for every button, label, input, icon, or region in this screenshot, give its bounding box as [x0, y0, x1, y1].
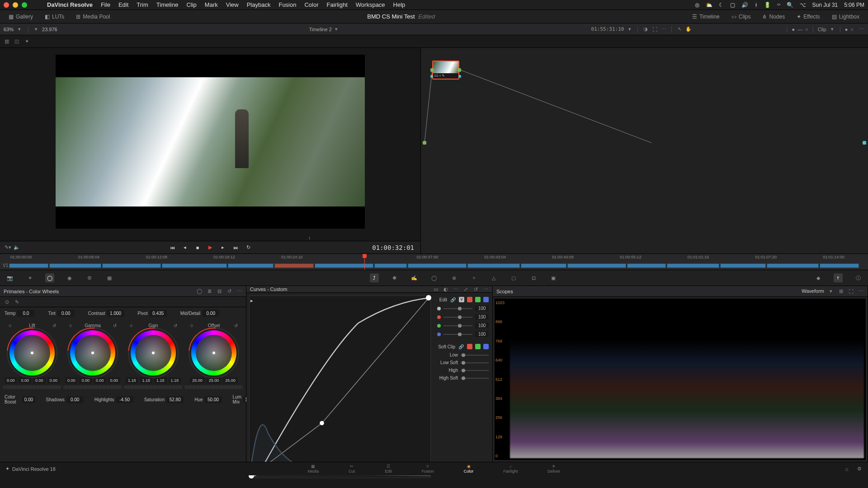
page-color[interactable]: ◉Color	[460, 463, 477, 474]
key-icon[interactable]: ▢	[509, 273, 518, 282]
gallery-toggle[interactable]: ▦Gallery	[4, 11, 38, 22]
timeline-clip[interactable]	[408, 263, 467, 268]
curves-icon[interactable]: ⤴	[370, 273, 379, 282]
chevron-down-icon[interactable]: ▾	[828, 288, 834, 295]
ruler-tick[interactable]: 01:00:24:16	[281, 255, 303, 259]
menu-timeline[interactable]: Timeline	[156, 1, 179, 8]
menu-view[interactable]: View	[226, 1, 239, 8]
menu-fusion[interactable]: Fusion	[278, 1, 296, 8]
page-media[interactable]: ▦Media	[304, 463, 323, 474]
curves-options-icon[interactable]: ⋯	[453, 286, 459, 292]
wheel-master-slider[interactable]	[3, 385, 61, 389]
timeline-clip[interactable]	[467, 263, 519, 268]
temp-value[interactable]: 0.0	[17, 310, 34, 317]
lightbox-toggle[interactable]: ▤Lightbox	[827, 11, 864, 22]
prev-frame-button[interactable]: ◂	[181, 244, 189, 252]
mini-timeline[interactable]: 01:00:00:0001:00:06:0401:00:12:0801:00:1…	[0, 253, 868, 270]
timeline-clip[interactable]	[374, 263, 407, 268]
play-button[interactable]: ▶	[206, 244, 214, 252]
luts-toggle[interactable]: ◧LUTs	[40, 11, 69, 22]
chevron-down-icon[interactable]: ▾	[627, 26, 633, 33]
warper-icon[interactable]: ✱	[390, 273, 399, 282]
colorboost-value[interactable]: 0.00	[22, 396, 35, 403]
ruler-tick[interactable]: 01:01:14:00	[823, 255, 844, 259]
color-wheels-icon[interactable]: ◯	[45, 273, 54, 282]
clips-toggle[interactable]: ▭Clips	[726, 11, 756, 22]
node-input-port[interactable]	[430, 68, 434, 72]
arrow-cursor-icon[interactable]: ↖	[676, 26, 683, 33]
ruler-tick[interactable]: 01:00:37:00	[417, 255, 439, 259]
viewer-fps[interactable]: 23.976	[42, 27, 57, 32]
color-node-01[interactable]: 01 ▪ ✎	[432, 61, 459, 80]
wheels-mode-icon[interactable]: ◯	[196, 288, 203, 295]
expand-icon[interactable]: ⛶	[651, 26, 658, 33]
motion-effects-icon[interactable]: ▦	[105, 273, 114, 282]
highlights-value[interactable]: -4.50	[116, 396, 133, 403]
viewer-timecode[interactable]: 01:55:31:10	[591, 26, 624, 32]
options-icon[interactable]: ⋯	[858, 26, 864, 33]
ruler-tick[interactable]: 01:00:55:12	[620, 255, 642, 259]
timeline-toggle[interactable]: ☰Timeline	[687, 11, 725, 22]
status-wifi-icon[interactable]: ⌔	[777, 2, 780, 8]
home-button[interactable]: ⌂	[844, 466, 850, 472]
status-display-icon[interactable]: ▢	[730, 2, 735, 8]
ruler-tick[interactable]: 01:00:18:12	[213, 255, 235, 259]
scopes-mode[interactable]: Waveform	[802, 288, 824, 295]
timecode-mode-icon[interactable]: ▾	[33, 26, 39, 33]
pick-white-icon[interactable]: ✎	[14, 299, 20, 305]
contrast-value[interactable]: 1.000	[107, 310, 124, 317]
curves-r-intensity[interactable]: 100	[475, 314, 489, 320]
timeline-clip[interactable]	[228, 263, 274, 268]
zoom-window-button[interactable]	[22, 2, 27, 8]
clip-mode[interactable]: Clip	[818, 27, 826, 32]
page-deliver[interactable]: ✈Deliver	[544, 463, 564, 474]
menu-color[interactable]: Color	[304, 1, 318, 8]
status-search-icon[interactable]: 🔍	[787, 2, 793, 8]
menu-mark[interactable]: Mark	[205, 1, 218, 8]
camera-raw-icon[interactable]: 📷	[5, 273, 14, 282]
curves-y-intensity[interactable]: 100	[475, 305, 489, 311]
stop-button[interactable]: ■	[193, 244, 202, 252]
node-output-port[interactable]	[458, 68, 461, 72]
ruler-tick[interactable]: 01:00:12:08	[146, 255, 168, 259]
rgb-mixer-icon[interactable]: ⚙	[85, 273, 94, 282]
transport-timecode[interactable]: 01:00:32:01	[372, 244, 414, 251]
node-graph-output[interactable]	[863, 141, 866, 145]
auto-balance-icon[interactable]: ⊙	[4, 299, 10, 305]
timeline-clip[interactable]	[820, 263, 859, 268]
softclip-low-slider[interactable]	[461, 355, 489, 356]
blur-icon[interactable]: △	[489, 273, 498, 282]
pick-black-icon[interactable]: ⊹	[7, 322, 13, 328]
reset-icon[interactable]: ↺	[233, 322, 239, 328]
shadows-value[interactable]: 0.00	[66, 396, 84, 403]
reset-icon[interactable]: ↺	[472, 286, 479, 292]
keyframe-view-icon[interactable]: ◆	[814, 273, 823, 282]
chevron-down-icon[interactable]: ▾	[333, 26, 340, 33]
link-icon[interactable]: 🔗	[450, 296, 456, 303]
options-icon[interactable]: ⋯	[236, 288, 242, 295]
timeline-clip[interactable]	[720, 263, 766, 268]
curves-graph-area[interactable]: ▸	[249, 296, 431, 478]
node-graph-pane[interactable]: 01 ▪ ✎	[420, 48, 868, 253]
timeline-clip[interactable]	[274, 263, 314, 268]
ruler-tick[interactable]: 01:00:49:08	[552, 255, 574, 259]
ruler-tick[interactable]: 01:01:07:20	[755, 255, 777, 259]
info-view-icon[interactable]: ⓘ	[854, 273, 863, 282]
menu-clip[interactable]: Clip	[186, 1, 196, 8]
last-frame-button[interactable]: ⏭	[231, 244, 240, 252]
window-icon[interactable]: ◯	[429, 273, 439, 282]
chevron-down-icon[interactable]: ▾	[829, 26, 835, 33]
softclip-high-slider[interactable]	[461, 370, 489, 371]
timeline-name[interactable]: Timeline 2	[309, 26, 331, 32]
menu-playback[interactable]: Playback	[247, 1, 271, 8]
bars-mode-icon[interactable]: ≣	[206, 288, 212, 295]
loop-button[interactable]: ↻	[244, 244, 252, 252]
status-control-center-icon[interactable]: ⌥	[800, 2, 806, 8]
tracker-icon[interactable]: ⊕	[449, 273, 458, 282]
wheel-master-slider[interactable]	[185, 385, 243, 389]
status-moon-icon[interactable]: ☾	[719, 2, 724, 8]
pivot-value[interactable]: 0.435	[150, 310, 167, 317]
wheel-master-slider[interactable]	[124, 385, 182, 389]
curves-b-intensity[interactable]: 100	[475, 331, 489, 337]
node-graph-input[interactable]	[423, 141, 426, 145]
